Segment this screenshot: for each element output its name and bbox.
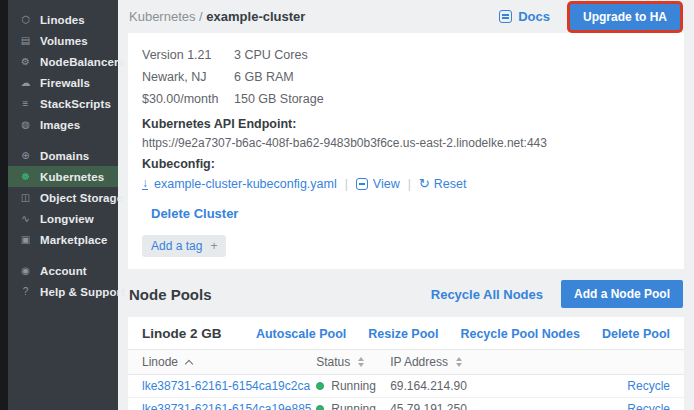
- breadcrumb-section[interactable]: Kubernetes: [129, 9, 196, 24]
- add-node-pool-button[interactable]: Add a Node Pool: [561, 280, 683, 308]
- sort-ascending-icon: [185, 359, 193, 367]
- delete-cluster-row: Delete Cluster: [151, 204, 670, 222]
- sidebar-item-longview[interactable]: ∿ Longview: [8, 208, 118, 229]
- api-endpoint-url: https://9e2a7307-b6ac-408f-ba62-9483b0b3…: [142, 136, 670, 150]
- recycle-node-link[interactable]: Recycle: [627, 379, 670, 393]
- summary-row: $30.00/month 150 GB Storage: [142, 88, 670, 110]
- nodebalancers-icon: ⚙: [19, 57, 32, 67]
- docs-link[interactable]: Docs: [499, 9, 550, 24]
- kubeconfig-view-link[interactable]: View: [356, 177, 400, 191]
- status-running-icon: [316, 382, 324, 390]
- volumes-icon: ▤: [19, 36, 32, 46]
- images-icon: ◍: [19, 120, 32, 130]
- sidebar-item-images[interactable]: ◍ Images: [8, 114, 118, 135]
- main-area: Kubernetes / example-cluster Docs Upgrad…: [118, 0, 694, 410]
- sidebar-item-volumes[interactable]: ▤ Volumes: [8, 30, 118, 51]
- node-pool-card: Linode 2 GB Autoscale Pool Resize Pool R…: [128, 317, 684, 410]
- kubeconfig-label: Kubeconfig:: [142, 157, 670, 171]
- api-endpoint-label: Kubernetes API Endpoint:: [142, 117, 670, 131]
- pool-table-header: Linode Status IP Address: [128, 349, 684, 375]
- sort-toggle-icon: [456, 357, 462, 367]
- sidebar-item-label: Marketplace: [40, 234, 108, 246]
- sidebar-group-divider: [8, 250, 118, 260]
- sidebar-item-account[interactable]: ◉ Account: [8, 260, 118, 281]
- cluster-storage: 150 GB Storage: [234, 92, 324, 106]
- sidebar-group-divider: [8, 135, 118, 145]
- breadcrumb-current: example-cluster: [206, 9, 305, 24]
- sidebar-item-stackscripts[interactable]: ≡ StackScripts: [8, 93, 118, 114]
- sidebar-item-marketplace[interactable]: ▣ Marketplace: [8, 229, 118, 250]
- sidebar-item-label: Volumes: [40, 35, 88, 47]
- view-label: View: [373, 177, 400, 191]
- separator: |: [408, 177, 411, 191]
- kubeconfig-actions: ↓ example-cluster-kubeconfig.yaml | View…: [142, 177, 670, 191]
- sidebar-item-firewalls[interactable]: ☁ Firewalls: [8, 72, 118, 93]
- sidebar-item-label: StackScripts: [40, 98, 111, 110]
- pool-header: Linode 2 GB Autoscale Pool Resize Pool R…: [128, 317, 684, 349]
- sidebar-item-label: Firewalls: [40, 77, 90, 89]
- sidebar-item-label: Linodes: [40, 14, 85, 26]
- kubernetes-icon: ☸: [19, 172, 32, 182]
- sidebar: ⬡ Linodes ▤ Volumes ⚙ NodeBalancers ☁ Fi…: [8, 0, 118, 410]
- node-ip: 69.164.214.90: [390, 379, 527, 393]
- sidebar-item-label: Kubernetes: [40, 171, 104, 183]
- sidebar-item-domains[interactable]: ⊕ Domains: [8, 145, 118, 166]
- table-row: lke38731-62161-6154ca19c2ca Running 69.1…: [128, 375, 684, 398]
- sidebar-item-label: Help & Support: [40, 286, 125, 298]
- column-header-ip-address[interactable]: IP Address: [390, 355, 527, 369]
- sidebar-item-nodebalancers[interactable]: ⚙ NodeBalancers: [8, 51, 118, 72]
- sidebar-item-object-storage[interactable]: ◫ Object Storage: [8, 187, 118, 208]
- delete-pool-link[interactable]: Delete Pool: [602, 327, 670, 341]
- cluster-price: $30.00/month: [142, 92, 234, 106]
- column-label: IP Address: [390, 355, 448, 369]
- kubeconfig-filename: example-cluster-kubeconfig.yaml: [154, 177, 337, 191]
- kubeconfig-reset-link[interactable]: ↻ Reset: [419, 177, 467, 191]
- resize-pool-link[interactable]: Resize Pool: [368, 327, 438, 341]
- marketplace-icon: ▣: [19, 235, 32, 245]
- page-content: Version 1.21 3 CPU Cores Newark, NJ 6 GB…: [118, 33, 694, 410]
- status-label: Running: [331, 379, 376, 393]
- recycle-node-link[interactable]: Recycle: [627, 402, 670, 410]
- header-actions: Docs Upgrade to HA: [499, 4, 683, 30]
- node-link[interactable]: lke38731-62161-6154ca19e885: [142, 402, 316, 410]
- cluster-summary-card: Version 1.21 3 CPU Cores Newark, NJ 6 GB…: [128, 33, 684, 269]
- cluster-region: Newark, NJ: [142, 70, 234, 84]
- recycle-all-nodes-link[interactable]: Recycle All Nodes: [431, 287, 543, 302]
- reset-icon: ↻: [419, 178, 430, 190]
- column-label: Linode: [142, 355, 178, 369]
- node-link[interactable]: lke38731-62161-6154ca19c2ca: [142, 379, 316, 393]
- autoscale-pool-link[interactable]: Autoscale Pool: [256, 327, 346, 341]
- table-row: lke38731-62161-6154ca19e885 Running 45.7…: [128, 398, 684, 410]
- docs-icon: [499, 10, 512, 23]
- longview-icon: ∿: [19, 214, 32, 224]
- sidebar-item-linodes[interactable]: ⬡ Linodes: [8, 9, 118, 30]
- window-edge: [0, 0, 8, 410]
- recycle-pool-nodes-link[interactable]: Recycle Pool Nodes: [460, 327, 580, 341]
- row-actions: Recycle: [527, 379, 670, 393]
- cluster-version: Version 1.21: [142, 48, 234, 62]
- view-icon: [356, 178, 368, 190]
- add-tag-button[interactable]: Add a tag +: [142, 235, 226, 257]
- upgrade-to-ha-button[interactable]: Upgrade to HA: [570, 4, 680, 30]
- sidebar-item-label: Account: [40, 265, 87, 277]
- sidebar-item-kubernetes[interactable]: ☸ Kubernetes: [8, 166, 118, 187]
- node-pools-section-header: Node Pools Recycle All Nodes Add a Node …: [129, 280, 683, 308]
- sidebar-item-help-support[interactable]: ? Help & Support: [8, 281, 118, 302]
- pool-actions: Autoscale Pool Resize Pool Recycle Pool …: [234, 327, 670, 341]
- page-header: Kubernetes / example-cluster Docs Upgrad…: [118, 0, 694, 33]
- firewalls-icon: ☁: [19, 78, 32, 88]
- delete-cluster-button[interactable]: Delete Cluster: [151, 206, 238, 221]
- account-icon: ◉: [19, 266, 32, 276]
- download-icon: ↓: [142, 178, 148, 190]
- kubeconfig-download-link[interactable]: ↓ example-cluster-kubeconfig.yaml: [142, 177, 337, 191]
- stackscripts-icon: ≡: [19, 99, 32, 109]
- column-header-linode[interactable]: Linode: [142, 355, 316, 369]
- column-label: Status: [316, 355, 350, 369]
- plus-icon: +: [210, 239, 217, 253]
- column-header-status[interactable]: Status: [316, 355, 390, 369]
- domains-icon: ⊕: [19, 151, 32, 161]
- breadcrumb: Kubernetes / example-cluster: [129, 9, 305, 24]
- docs-label: Docs: [518, 9, 550, 24]
- sidebar-item-label: Domains: [40, 150, 89, 162]
- app-window: ⬡ Linodes ▤ Volumes ⚙ NodeBalancers ☁ Fi…: [0, 0, 694, 410]
